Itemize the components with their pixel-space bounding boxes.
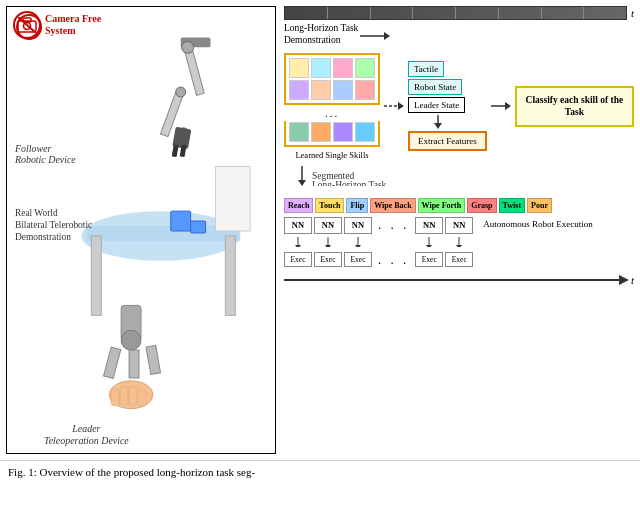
timeline-t-label: t (631, 7, 634, 19)
figure-area: Camera Free System (0, 0, 640, 460)
svg-rect-22 (104, 347, 121, 378)
svg-point-10 (176, 87, 186, 97)
svg-marker-46 (298, 180, 306, 186)
svg-text:Follower: Follower (14, 143, 51, 154)
svg-text:Real World: Real World (15, 208, 58, 218)
nn-box-4: NN (415, 217, 443, 234)
skill-cell-9 (289, 122, 309, 142)
svg-marker-54 (355, 245, 361, 247)
svg-rect-17 (215, 166, 250, 231)
dashed-arrow (384, 91, 404, 121)
caption-area: Fig. 1: Overview of the proposed long-ho… (0, 460, 640, 484)
skill-cell-4 (355, 58, 375, 78)
svg-point-9 (182, 41, 194, 53)
skill-cell-2 (311, 58, 331, 78)
skill-cell-10 (311, 122, 331, 142)
skill-cell-5 (289, 80, 309, 100)
arrow-to-extract (408, 115, 468, 129)
exec-box-3: Exec (344, 252, 372, 267)
segment-wipeback: Wipe Back (370, 198, 415, 213)
arrow-nn-exec-3 (344, 237, 372, 247)
svg-text:Leader: Leader (71, 423, 100, 434)
skills-grid-section: ... Learned Single Skills (284, 53, 380, 160)
skill-dots: ... (325, 107, 339, 119)
skill-cell-7 (333, 80, 353, 100)
arrows-row: . . . (284, 234, 634, 250)
svg-rect-28 (129, 387, 137, 405)
bottom-timeline-row: t (284, 274, 634, 286)
nn-box-2: NN (314, 217, 342, 234)
right-panel: t Long-Horizon Task Demonstration (276, 6, 634, 454)
timeline-arrow (619, 275, 629, 285)
exec-box-1: Exec (284, 252, 312, 267)
svg-rect-26 (111, 390, 119, 406)
exec-box-5: Exec (445, 252, 473, 267)
arrow-nn-exec-4 (415, 237, 443, 247)
segment-flip: Flip (346, 198, 368, 213)
nn-dots: . . . (378, 217, 409, 233)
leader-state-box: Leader State (408, 97, 465, 113)
middle-flow: ... Learned Single Skills Ta (284, 53, 634, 160)
top-timeline-bar (284, 6, 627, 20)
svg-rect-13 (172, 145, 179, 158)
exec-box-2: Exec (314, 252, 342, 267)
autonomous-label: Autonomous Robot Execution (483, 219, 593, 231)
segment-twist: Twist (499, 198, 526, 213)
svg-marker-58 (456, 245, 462, 247)
segment-wipeforth: Wipe Forth (418, 198, 466, 213)
arrow-nn-exec-1 (284, 237, 312, 247)
svg-marker-44 (505, 102, 511, 110)
main-container: Camera Free System (0, 0, 640, 508)
svg-point-21 (121, 330, 141, 350)
svg-rect-15 (171, 211, 191, 231)
nn-row: NN NN NN . . . NN NN Autonomous Robot Ex… (284, 217, 634, 234)
svg-marker-42 (434, 123, 442, 129)
svg-marker-59 (619, 275, 629, 285)
left-panel: Camera Free System (6, 6, 276, 454)
skill-cell-12 (355, 122, 375, 142)
svg-marker-50 (295, 245, 301, 247)
svg-rect-29 (138, 390, 146, 406)
segment-reach: Reach (284, 198, 313, 213)
skill-cell-3 (333, 58, 353, 78)
segment-touch: Touch (315, 198, 344, 213)
arrow-nn-exec-5 (445, 237, 473, 247)
nn-box-3: NN (344, 217, 372, 234)
arrow-nn-exec-2 (314, 237, 342, 247)
extract-features-box: Extract Features (408, 131, 487, 151)
exec-box-4: Exec (415, 252, 443, 267)
arrow-down-container: Segmented Long-Horizon Task (292, 166, 634, 186)
segment-pour: Pour (527, 198, 552, 213)
classify-box: Classify each skill of the Task (515, 86, 634, 127)
svg-text:Long-Horizon Task: Long-Horizon Task (312, 180, 387, 186)
svg-rect-19 (225, 236, 235, 315)
arrow-down-to-segmented: Segmented Long-Horizon Task (292, 166, 492, 186)
svg-rect-23 (129, 350, 139, 378)
features-section: Tactile Robot State Leader State Extract… (408, 61, 487, 151)
arrow-to-classify (491, 91, 511, 121)
bottom-timeline-bar (284, 279, 619, 281)
nn-box-5: NN (445, 217, 473, 234)
svg-text:Robotic Device: Robotic Device (14, 154, 76, 165)
skill-cell-11 (333, 122, 353, 142)
long-horizon-row: Long-Horizon Task Demonstration (284, 22, 634, 47)
skill-cell-8 (355, 80, 375, 100)
robot-illustration: Follower Robotic Device Real World Bilat… (7, 7, 275, 453)
segment-grasp: Grasp (467, 198, 496, 213)
svg-rect-16 (191, 221, 206, 233)
long-horizon-label: Long-Horizon Task Demonstration (284, 22, 358, 47)
svg-text:Bilateral Telerobotic: Bilateral Telerobotic (15, 220, 92, 230)
svg-marker-52 (325, 245, 331, 247)
svg-marker-56 (426, 245, 432, 247)
svg-rect-18 (91, 236, 101, 315)
svg-marker-38 (384, 32, 390, 40)
svg-rect-24 (146, 345, 161, 374)
skills-grid-bottom (284, 121, 380, 147)
tactile-box: Tactile (408, 61, 444, 77)
skill-cell-1 (289, 58, 309, 78)
svg-text:Demonstration: Demonstration (15, 232, 71, 242)
exec-dots: . . . (378, 252, 409, 268)
skill-cell-6 (311, 80, 331, 100)
nn-box-1: NN (284, 217, 312, 234)
arrow-to-skills (360, 26, 390, 46)
